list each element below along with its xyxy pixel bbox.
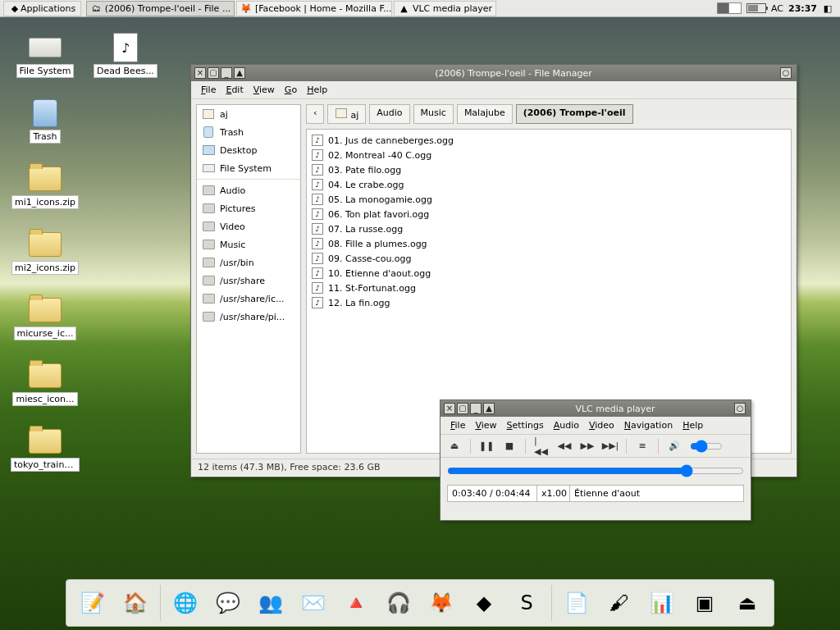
applications-menu[interactable]: ◆ Applications: [3, 1, 81, 16]
vlc-menu-video[interactable]: Video: [584, 418, 619, 432]
fm-menu-go[interactable]: Go: [280, 83, 302, 97]
audio-file-icon: ♪: [312, 194, 323, 205]
file-item[interactable]: ♪03. Pate filo.ogg: [312, 162, 786, 177]
dock-contacts-icon[interactable]: 👥: [253, 585, 289, 621]
fm-menu-view[interactable]: View: [249, 83, 280, 97]
file-item[interactable]: ♪08. Fille a plumes.ogg: [312, 236, 786, 251]
clock[interactable]: 23:37: [788, 3, 817, 14]
shade-icon[interactable]: ▲: [483, 403, 495, 414]
file-item[interactable]: ♪12. La fin.ogg: [312, 295, 786, 310]
next-track-button[interactable]: ▶▶|: [603, 439, 618, 454]
sidebar-item[interactable]: File System: [197, 159, 300, 177]
dock-notes-icon[interactable]: 📄: [559, 585, 595, 621]
sidebar-item[interactable]: Video: [197, 217, 300, 235]
vlc-menu-settings[interactable]: Settings: [502, 418, 549, 432]
file-item[interactable]: ♪10. Etienne d'aout.ogg: [312, 266, 786, 281]
sidebar-item[interactable]: /usr/bin: [197, 253, 300, 272]
desktop-icon-trash[interactable]: Trash: [10, 98, 80, 146]
vlc-menu-help[interactable]: Help: [678, 418, 708, 432]
taskbar-task[interactable]: ▲ VLC media player: [394, 1, 496, 16]
desktop-icon-micurse-ic[interactable]: micurse_ic...: [10, 295, 80, 343]
forward-button[interactable]: ▶▶: [580, 439, 595, 454]
file-manager-titlebar[interactable]: × ▢ _ ▲ (2006) Trompe-l'oeil - File Mana…: [191, 65, 797, 81]
desktop-icon-mi1-icons[interactable]: mi1_icons.zip: [10, 164, 80, 212]
eject-icon[interactable]: ⏏: [447, 439, 462, 454]
seek-slider[interactable]: [447, 464, 744, 477]
file-item[interactable]: ♪11. St-Fortunat.ogg: [312, 281, 786, 295]
sidebar-item[interactable]: Desktop: [197, 141, 300, 159]
battery-icon[interactable]: [746, 3, 766, 13]
workspace-switcher-icon[interactable]: [717, 2, 742, 14]
desktop-icon-dead-bees[interactable]: Dead Bees...: [90, 33, 161, 80]
taskbar-task[interactable]: 🦊 [Facebook | Home - Mozilla F...: [236, 1, 392, 16]
fm-menu-help[interactable]: Help: [302, 83, 332, 97]
prev-track-button[interactable]: |◀◀: [534, 439, 549, 454]
file-item[interactable]: ♪07. La russe.ogg: [312, 221, 786, 236]
shade-icon[interactable]: ▲: [234, 67, 245, 79]
path-segment[interactable]: aj: [327, 104, 366, 124]
dock-mail-icon[interactable]: ✉️: [295, 585, 331, 621]
dock-skype-icon[interactable]: S: [509, 585, 545, 621]
dock-eject-icon[interactable]: ⏏: [729, 585, 765, 621]
stop-button[interactable]: ■: [502, 439, 517, 454]
file-item[interactable]: ♪09. Casse-cou.ogg: [312, 251, 786, 266]
minimize-icon[interactable]: _: [470, 403, 482, 414]
dock-vlc-icon[interactable]: 🔺: [338, 585, 374, 621]
window-menu-icon[interactable]: ○: [734, 403, 746, 414]
vlc-menu-navigation[interactable]: Navigation: [619, 418, 678, 432]
desktop-icon-mi2-icons[interactable]: mi2_icons.zip: [10, 230, 80, 277]
sidebar-item[interactable]: aj: [197, 105, 300, 123]
dock-color-picker-icon[interactable]: 🖌: [601, 585, 637, 621]
dock-gimp-icon[interactable]: 🦊: [423, 585, 459, 621]
vlc-titlebar[interactable]: × ▢ _ ▲ VLC media player ○: [441, 400, 751, 417]
taskbar-task[interactable]: 🗂 (2006) Trompe-l'oeil - File ...: [86, 1, 235, 16]
maximize-icon[interactable]: ▢: [457, 403, 468, 414]
file-item[interactable]: ♪04. Le crabe.ogg: [312, 177, 786, 192]
desktop-icon-miesc-icon[interactable]: miesc_icon...: [10, 361, 80, 409]
pause-button[interactable]: ❚❚: [479, 439, 494, 454]
playlist-icon[interactable]: ≡: [635, 439, 650, 454]
vlc-menu-audio[interactable]: Audio: [549, 418, 584, 432]
sidebar-item[interactable]: Trash: [197, 123, 300, 141]
dock-headphones-icon[interactable]: 🎧: [381, 585, 417, 621]
file-item[interactable]: ♪01. Jus de canneberges.ogg: [312, 133, 786, 148]
file-item[interactable]: ♪05. La monogamie.ogg: [312, 192, 786, 207]
track-display: Étienne d'aout: [570, 485, 744, 502]
sidebar-item[interactable]: /usr/share/pi...: [197, 308, 300, 326]
sidebar-item[interactable]: /usr/share: [197, 272, 300, 290]
sidebar-item[interactable]: /usr/share/ic...: [197, 290, 300, 308]
volume-slider[interactable]: [690, 440, 723, 453]
dock-inkscape-icon[interactable]: ◆: [466, 585, 502, 621]
vlc-menu-file[interactable]: File: [445, 418, 470, 432]
speaker-icon[interactable]: 🔊: [667, 439, 682, 454]
rewind-button[interactable]: ◀◀: [557, 439, 572, 454]
minimize-icon[interactable]: _: [221, 67, 232, 79]
window-menu-icon[interactable]: ○: [780, 67, 792, 79]
fm-menu-file[interactable]: File: [196, 83, 221, 97]
panel-menu-icon[interactable]: ◧: [822, 2, 833, 14]
dock-chat-icon[interactable]: 💬: [210, 585, 246, 621]
desktop-icon-tokyo-train[interactable]: tokyo_train_...: [10, 427, 80, 474]
path-segment[interactable]: Malajube: [457, 104, 513, 124]
desktop[interactable]: File SystemDead Bees...Trashmi1_icons.zi…: [10, 33, 174, 492]
dock-file-manager-icon[interactable]: 🏠: [117, 585, 153, 621]
dock-text-editor-icon[interactable]: 📝: [75, 585, 111, 621]
sidebar-item[interactable]: Pictures: [197, 199, 300, 217]
file-item[interactable]: ♪02. Montreal -40 C.ogg: [312, 148, 786, 162]
close-icon[interactable]: ×: [194, 67, 206, 79]
path-segment[interactable]: Music: [413, 104, 454, 124]
path-back-button[interactable]: ‹: [306, 104, 324, 124]
sidebar-item[interactable]: Audio: [197, 181, 300, 199]
path-segment[interactable]: (2006) Trompe-l'oeil: [516, 104, 633, 124]
fm-menu-edit[interactable]: Edit: [221, 83, 248, 97]
maximize-icon[interactable]: ▢: [208, 67, 219, 79]
dock-web-browser-icon[interactable]: 🌐: [167, 585, 203, 621]
close-icon[interactable]: ×: [444, 403, 455, 414]
path-segment[interactable]: Audio: [369, 104, 409, 124]
file-item[interactable]: ♪06. Ton plat favori.ogg: [312, 207, 786, 221]
vlc-menu-view[interactable]: View: [470, 418, 501, 432]
dock-terminal-icon[interactable]: ▣: [687, 585, 723, 621]
dock-office-chart-icon[interactable]: 📊: [644, 585, 680, 621]
sidebar-item[interactable]: Music: [197, 235, 300, 253]
desktop-icon-file-system[interactable]: File System: [10, 33, 80, 80]
